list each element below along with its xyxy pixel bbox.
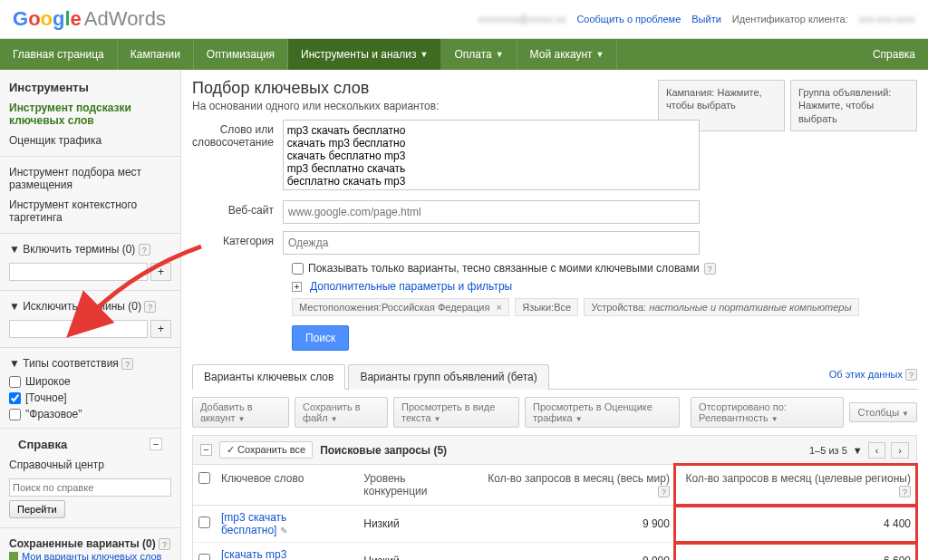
help-icon[interactable]: ? xyxy=(704,263,716,275)
match-broad-checkbox[interactable] xyxy=(9,376,21,388)
help-icon[interactable]: ? xyxy=(121,358,133,370)
show-related-label: Показывать только варианты, тесно связан… xyxy=(308,262,700,275)
nav-account[interactable]: Мой аккаунт▼ xyxy=(517,39,618,70)
local-searches-cell: 4 400 xyxy=(675,506,916,543)
select-all-checkbox[interactable] xyxy=(198,472,210,484)
match-phrase-checkbox[interactable] xyxy=(9,409,21,420)
save-to-file-button[interactable]: Сохранить в файл▼ xyxy=(295,397,388,428)
header-account-area: xxxxxxxx@xxxxx.xx Сообщить о проблеме Вы… xyxy=(478,14,915,24)
location-chip[interactable]: Местоположения:Российская Федерация × xyxy=(292,298,509,316)
report-problem-link[interactable]: Сообщить о проблеме xyxy=(576,14,681,24)
nav-optimization[interactable]: Оптимизация xyxy=(194,39,288,70)
local-searches-cell: 6 600 xyxy=(675,543,916,561)
col-local[interactable]: Кол-во запросов в месяц (целевые регионы… xyxy=(675,465,916,506)
row-checkbox[interactable] xyxy=(198,517,210,528)
sidebar-help-title: Справка xyxy=(9,434,76,455)
row-checkbox[interactable] xyxy=(198,554,210,560)
keyword-link[interactable]: [скачать mp3 бесплатно] xyxy=(221,548,286,560)
word-label: Слово или словосочетание xyxy=(192,120,283,193)
include-terms-toggle[interactable]: ▼ Включить термины (0) xyxy=(9,243,135,256)
expand-icon[interactable]: + xyxy=(292,282,302,292)
website-label: Веб-сайт xyxy=(192,200,283,224)
help-icon[interactable]: ? xyxy=(905,369,917,381)
tab-adgroup-ideas[interactable]: Варианты групп объявлений (бета) xyxy=(348,364,548,390)
add-to-account-button[interactable]: Добавить в аккаунт▼ xyxy=(192,397,289,428)
close-icon[interactable]: × xyxy=(496,302,501,313)
exclude-terms-input[interactable] xyxy=(9,320,148,338)
logout-link[interactable]: Выйти xyxy=(691,14,721,24)
help-collapse[interactable]: − xyxy=(150,438,162,450)
about-data-link[interactable]: Об этих данных xyxy=(829,369,903,380)
help-icon[interactable]: ? xyxy=(139,244,150,256)
results-grid: Ключевое слово Уровень конкуренции Кол-в… xyxy=(192,465,917,560)
language-chip[interactable]: Языки:Все xyxy=(515,298,578,316)
col-keyword[interactable]: Ключевое слово xyxy=(216,465,358,506)
main-nav: Главная страница Кампании Оптимизация Ин… xyxy=(0,39,928,70)
client-id-value: xxx-xxx-xxxx xyxy=(859,14,915,24)
exclude-terms-toggle[interactable]: ▼ Исключить термины (0) xyxy=(9,300,141,313)
keywords-textarea[interactable]: mp3 скачать бесплатно скачать mp3 беспла… xyxy=(283,120,700,190)
match-types-toggle[interactable]: ▼ Типы соответствия xyxy=(9,357,119,370)
category-label: Категория xyxy=(192,231,283,255)
sidebar-contextual-tool[interactable]: Инструмент контекстного таргетинга xyxy=(0,195,180,227)
view-in-estimator-button[interactable]: Просмотреть в Оценщике трафика▼ xyxy=(525,397,680,428)
competition-cell: Низкий xyxy=(358,506,475,543)
help-search-input[interactable] xyxy=(9,478,171,497)
nav-home[interactable]: Главная страница xyxy=(0,39,118,70)
help-center-link[interactable]: Справочный центр xyxy=(0,455,180,475)
website-input[interactable] xyxy=(283,200,700,224)
main-content: Подбор ключевых слов На основании одного… xyxy=(181,70,928,560)
device-chip[interactable]: Устройства: настольные и портативные ком… xyxy=(584,298,858,316)
nav-help[interactable]: Справка xyxy=(860,39,928,70)
columns-button[interactable]: Столбцы▼ xyxy=(849,402,917,422)
sidebar-tools-title: Инструменты xyxy=(0,77,180,98)
category-input[interactable] xyxy=(283,231,700,255)
queries-title: Поисковые запросы (5) xyxy=(320,444,447,457)
competition-cell: Низкий xyxy=(358,543,475,561)
edit-icon[interactable]: ✎ xyxy=(280,526,287,536)
sidebar-traffic-estimator[interactable]: Оценщик трафика xyxy=(0,130,180,150)
table-row: [скачать mp3 бесплатно]✎Низкий9 9006 600 xyxy=(193,543,916,561)
sidebar-keyword-tool[interactable]: Инструмент подсказки ключевых слов xyxy=(0,98,180,130)
saved-variants-title[interactable]: Сохраненные варианты (0) xyxy=(9,537,156,550)
tab-keyword-ideas[interactable]: Варианты ключевых слов xyxy=(192,364,345,390)
show-related-checkbox[interactable] xyxy=(292,263,304,275)
exclude-terms-add[interactable]: + xyxy=(150,320,171,338)
help-icon[interactable]: ? xyxy=(144,301,156,313)
match-exact-checkbox[interactable] xyxy=(9,392,21,404)
google-adwords-logo: GoogleAdWords xyxy=(13,7,166,31)
col-global[interactable]: Кол-во запросов в месяц (весь мир) ? xyxy=(475,465,675,506)
include-terms-input[interactable] xyxy=(9,263,148,281)
pager-next[interactable]: › xyxy=(891,442,909,459)
app-header: GoogleAdWords xxxxxxxx@xxxxx.xx Сообщить… xyxy=(0,0,928,39)
adgroup-selector[interactable]: Группа объявлений: Нажмите, чтобы выбрат… xyxy=(790,80,917,131)
sidebar: Инструменты Инструмент подсказки ключевы… xyxy=(0,70,181,560)
table-row: [mp3 скачать бесплатно]✎Низкий9 9004 400 xyxy=(193,506,916,543)
advanced-filters-link[interactable]: Дополнительные параметры и фильтры xyxy=(310,280,512,293)
nav-tools[interactable]: Инструменты и анализ▼ xyxy=(288,39,441,70)
search-button[interactable]: Поиск xyxy=(292,325,349,351)
nav-campaigns[interactable]: Кампании xyxy=(118,39,194,70)
client-id-label: Идентификатор клиента: xyxy=(732,14,848,24)
help-search-go[interactable]: Перейти xyxy=(9,500,65,518)
pager-label: 1–5 из 5 xyxy=(809,445,847,456)
match-phrase-label: "Фразовое" xyxy=(25,408,82,420)
match-exact-label: [Точное] xyxy=(25,391,67,404)
saved-keyword-ideas[interactable]: Мои варианты ключевых слов xyxy=(22,551,161,560)
match-broad-label: Широкое xyxy=(25,375,71,388)
help-icon[interactable]: ? xyxy=(159,538,170,550)
sidebar-placement-tool[interactable]: Инструмент подбора мест размещения xyxy=(0,162,180,195)
global-searches-cell: 9 900 xyxy=(475,543,675,561)
view-as-text-button[interactable]: Просмотреть в виде текста▼ xyxy=(393,397,519,428)
include-terms-add[interactable]: + xyxy=(150,263,171,281)
pager-prev[interactable]: ‹ xyxy=(868,442,886,459)
global-searches-cell: 9 900 xyxy=(475,506,675,543)
col-competition[interactable]: Уровень конкуренции xyxy=(358,465,475,506)
nav-billing[interactable]: Оплата▼ xyxy=(441,39,517,70)
keyword-link[interactable]: [mp3 скачать бесплатно] xyxy=(221,511,286,536)
save-all-button[interactable]: ✓ Сохранить все xyxy=(219,441,313,459)
collapse-queries[interactable]: − xyxy=(200,444,212,456)
sort-button[interactable]: Отсортировано по: Релевантность▼ xyxy=(691,397,844,428)
account-email: xxxxxxxx@xxxxx.xx xyxy=(478,14,566,24)
